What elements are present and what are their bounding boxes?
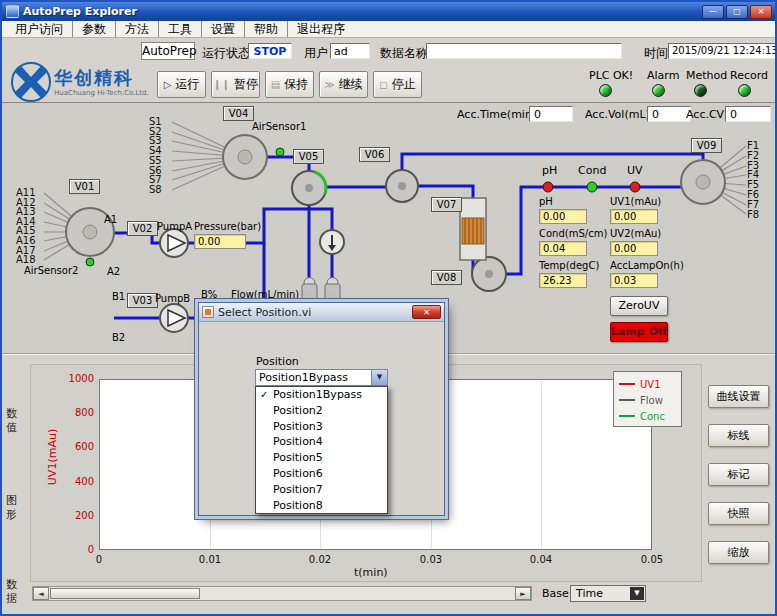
zoom-button[interactable]: 缩放: [708, 541, 769, 564]
position-dropdown-list: ✓ Position1Bypass Position2 Position3 Po…: [255, 386, 388, 514]
valve-tag-v08[interactable]: V08: [431, 270, 462, 285]
list-item-label: Position8: [273, 499, 323, 512]
pressure-label: Pressure(bar): [194, 221, 261, 232]
select-position-dialog: Select Position.vi ✕ Position Position1B…: [198, 302, 445, 516]
menu-settings[interactable]: 设置: [201, 21, 244, 37]
chevron-down-icon[interactable]: ▼: [630, 587, 644, 600]
run-button[interactable]: ▷ 运行: [157, 71, 206, 98]
left-tab-data[interactable]: 数据: [4, 578, 19, 606]
x-tick: 0.05: [630, 554, 674, 565]
cond-sensor-label: Cond: [578, 164, 606, 177]
pause-button[interactable]: ❙❙ 暂停: [211, 71, 260, 98]
valve-tag-v01[interactable]: V01: [69, 179, 100, 194]
pressure-value: 0.00: [194, 234, 246, 249]
snapshot-button[interactable]: 快照: [708, 502, 769, 525]
valve-v08-body[interactable]: [472, 257, 506, 291]
valve-v09-rotary[interactable]: [681, 160, 725, 204]
valve-tag-v06[interactable]: V06: [359, 147, 390, 162]
zero-uv-button[interactable]: ZeroUV: [610, 296, 668, 316]
pump-a-label: PumpA: [157, 221, 192, 232]
list-item-position3[interactable]: Position3: [256, 419, 387, 435]
valve-tag-v07[interactable]: V07: [431, 197, 462, 212]
acc-cv-value: 0: [725, 106, 771, 122]
dataset-input[interactable]: [426, 43, 622, 59]
list-item-label: Position1Bypass: [273, 388, 362, 401]
legend-row-flow[interactable]: Flow: [619, 392, 676, 408]
pump-a-icon[interactable]: [160, 229, 188, 257]
time-label: 时间: [644, 45, 668, 62]
continue-button[interactable]: ≫ 继续: [319, 71, 368, 98]
user-input[interactable]: [330, 43, 370, 59]
continue-button-label: 继续: [339, 76, 363, 93]
menu-tools[interactable]: 工具: [158, 21, 201, 37]
left-tab-values[interactable]: 数值: [4, 407, 19, 435]
valve-tag-v04[interactable]: V04: [223, 106, 254, 121]
method-led: [694, 84, 707, 97]
position-combobox[interactable]: Position1Bypass ▼: [255, 369, 388, 386]
menu-bar: 用户访问 参数 方法 工具 设置 帮助 退出程序: [2, 21, 775, 38]
y-axis-label: UV1(mAu): [46, 412, 59, 502]
list-item-position4[interactable]: Position4: [256, 434, 387, 450]
stop-button[interactable]: ◻ 停止: [373, 71, 422, 98]
close-button[interactable]: ✕: [750, 5, 772, 19]
annotate-button[interactable]: 标记: [708, 463, 769, 486]
acc-time-label: Acc.Time(min): [457, 108, 536, 121]
marker-line-button[interactable]: 标线: [708, 424, 769, 447]
company-logo: [11, 62, 51, 102]
pause-icon: ❙❙: [213, 79, 230, 90]
chart-legend[interactable]: UV1 Flow Conc: [613, 371, 682, 427]
plc-ok-led: [599, 84, 612, 97]
menu-user-access[interactable]: 用户访问: [6, 21, 72, 37]
menu-exit[interactable]: 退出程序: [287, 21, 354, 37]
valve-v05-body[interactable]: [292, 171, 326, 205]
left-tab-graph[interactable]: 图形: [4, 494, 19, 522]
combobox-arrow-icon[interactable]: ▼: [371, 370, 387, 385]
scrollbar-thumb[interactable]: [50, 588, 200, 599]
legend-row-conc[interactable]: Conc: [619, 408, 676, 424]
pump-b-icon[interactable]: [160, 304, 188, 332]
port-label: A18: [16, 254, 36, 265]
valve-tag-v03[interactable]: V03: [127, 293, 158, 308]
base-label: Base:: [542, 587, 573, 600]
valve-v04-rotary[interactable]: [223, 135, 267, 179]
column-v07-icon[interactable]: [460, 198, 486, 260]
list-item-position2[interactable]: Position2: [256, 403, 387, 419]
valve-tag-v02[interactable]: V02: [127, 221, 158, 236]
valve-tag-v05[interactable]: V05: [293, 149, 324, 164]
continue-icon: ≫: [324, 79, 334, 90]
list-item-position6[interactable]: Position6: [256, 466, 387, 482]
uv1-reading-value: 0.00: [610, 209, 658, 224]
legend-row-uv1[interactable]: UV1: [619, 376, 676, 392]
x-tick: 0.04: [519, 554, 563, 565]
scroll-left-arrow-icon[interactable]: ◄: [33, 587, 49, 600]
minimize-button[interactable]: —: [702, 5, 724, 19]
maximize-button[interactable]: ▢: [726, 5, 748, 19]
lamp-off-button[interactable]: Lamp Off: [610, 322, 668, 342]
autoprep-button[interactable]: AutoPrep: [141, 42, 195, 60]
base-dropdown[interactable]: Time ▼: [570, 585, 646, 602]
time-value: 2015/09/21 12:24:13: [668, 43, 776, 59]
scroll-right-arrow-icon[interactable]: ►: [515, 587, 531, 600]
horizontal-scrollbar[interactable]: ◄ ►: [32, 586, 532, 601]
dialog-close-button[interactable]: ✕: [412, 305, 441, 319]
run-state-value: STOP: [248, 43, 292, 59]
valve-tag-v09[interactable]: V09: [691, 138, 722, 153]
position-field-label: Position: [256, 355, 299, 368]
legend-uv1-label: UV1: [640, 379, 661, 390]
list-item-position8[interactable]: Position8: [256, 498, 387, 514]
curve-settings-button[interactable]: 曲线设置: [708, 385, 769, 408]
menu-method[interactable]: 方法: [115, 21, 158, 37]
menu-help[interactable]: 帮助: [244, 21, 287, 37]
list-item-position1bypass[interactable]: ✓ Position1Bypass: [256, 387, 387, 403]
y-tick: 1000: [64, 373, 94, 384]
valve-v06-body[interactable]: [386, 170, 418, 202]
purge-valve-icon[interactable]: [320, 230, 344, 254]
temp-reading-label: Temp(degC): [539, 260, 599, 271]
hold-icon: ▤: [271, 79, 280, 90]
menu-parameters[interactable]: 参数: [72, 21, 115, 37]
list-item-position7[interactable]: Position7: [256, 482, 387, 498]
conc-line-swatch: [619, 415, 635, 417]
uv2-reading-label: UV2(mAu): [610, 228, 661, 239]
list-item-position5[interactable]: Position5: [256, 450, 387, 466]
hold-button[interactable]: ▤ 保持: [265, 71, 314, 98]
